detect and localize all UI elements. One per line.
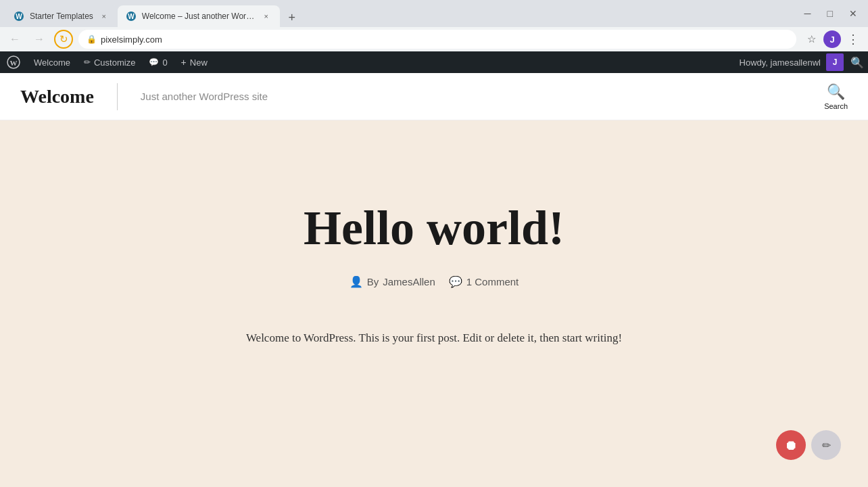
profile-avatar-button[interactable]: J (823, 30, 841, 48)
tab1-close-button[interactable]: × (99, 11, 110, 22)
record-icon: ⏺ (784, 438, 798, 453)
wp-logo-icon: W (7, 55, 20, 69)
admin-customize-label: Customize (94, 57, 135, 68)
post-author: 👤 By JamesAllen (349, 275, 435, 288)
post-body: Welcome to WordPress. This is your first… (246, 329, 622, 347)
comment-icon: 💬 (149, 57, 159, 67)
admin-new-label: New (190, 57, 208, 68)
record-button[interactable]: ⏺ (776, 430, 806, 460)
tabs-area: W Starter Templates × W Welcome – Just a… (5, 0, 796, 27)
new-tab-button[interactable]: + (283, 8, 302, 27)
back-button[interactable]: ← (5, 30, 24, 49)
header-divider (117, 83, 118, 110)
plus-icon: + (181, 57, 187, 68)
search-label: Search (824, 102, 848, 110)
comment-icon: 💬 (449, 275, 462, 288)
minimize-button[interactable]: ─ (799, 5, 817, 22)
site-branding: Welcome Just another WordPress site (20, 83, 268, 110)
url-text: pixelsimply.com (101, 34, 162, 45)
admin-welcome-link[interactable]: Welcome (27, 51, 77, 73)
author-name[interactable]: JamesAllen (383, 276, 435, 287)
address-bar: ← → ↻ 🔒 pixelsimply.com ☆ J ⋮ (0, 27, 868, 51)
search-button[interactable]: 🔍 Search (824, 83, 848, 110)
url-bar[interactable]: 🔒 pixelsimply.com (78, 30, 796, 49)
site-header: Welcome Just another WordPress site 🔍 Se… (0, 73, 868, 120)
window-controls: ─ □ ✕ (799, 5, 863, 22)
svg-text:W: W (16, 13, 22, 20)
admin-bar-right: Howdy, jamesallenwl J 🔍 (733, 51, 868, 73)
tab1-favicon: W (14, 11, 24, 22)
customize-icon: ✏ (84, 57, 91, 67)
wp-logo-button[interactable]: W (0, 51, 27, 73)
tab2-close-button[interactable]: × (261, 11, 272, 22)
post-comments: 💬 1 Comment (449, 275, 519, 288)
reload-button[interactable]: ↻ (54, 30, 73, 49)
site-title[interactable]: Welcome (20, 86, 94, 108)
address-actions: ☆ J ⋮ (802, 30, 863, 49)
author-prefix: By (367, 276, 379, 287)
wp-admin-bar: W Welcome ✏ Customize 💬 0 + New Howdy, j… (0, 51, 868, 73)
author-icon: 👤 (349, 275, 363, 288)
close-window-button[interactable]: ✕ (844, 5, 863, 22)
admin-avatar[interactable]: J (826, 53, 844, 71)
svg-text:W: W (10, 59, 18, 67)
admin-new-link[interactable]: + New (174, 51, 214, 73)
comments-count[interactable]: 1 Comment (466, 276, 519, 287)
post-meta: 👤 By JamesAllen 💬 1 Comment (349, 275, 519, 288)
tab2-title: Welcome – Just another WordPr... (142, 11, 256, 21)
bookmark-button[interactable]: ☆ (802, 30, 821, 49)
post-content: Hello world! 👤 By JamesAllen 💬 1 Comment… (246, 202, 622, 347)
browser-titlebar: W Starter Templates × W Welcome – Just a… (0, 0, 868, 27)
search-icon: 🔍 (827, 83, 845, 101)
main-content: Hello world! 👤 By JamesAllen 💬 1 Comment… (0, 120, 868, 487)
forward-button[interactable]: → (30, 30, 49, 49)
tab1-title: Starter Templates (30, 11, 93, 21)
svg-text:W: W (128, 13, 135, 20)
admin-search-button[interactable]: 🔍 (846, 51, 868, 73)
site-tagline: Just another WordPress site (141, 91, 268, 102)
admin-comments-link[interactable]: 💬 0 (142, 51, 174, 73)
tab-starter-templates[interactable]: W Starter Templates × (5, 5, 118, 27)
admin-comments-count: 0 (162, 57, 167, 68)
maximize-button[interactable]: □ (822, 5, 838, 22)
admin-welcome-label: Welcome (34, 57, 70, 68)
extensions-button[interactable]: ⋮ (844, 30, 863, 49)
post-title: Hello world! (304, 202, 564, 255)
edit-button[interactable]: ✏ (811, 430, 841, 460)
howdy-text: Howdy, jamesallenwl (733, 57, 823, 68)
floating-widget: ⏺ ✏ (776, 430, 841, 460)
lock-icon: 🔒 (87, 34, 97, 44)
admin-customize-link[interactable]: ✏ Customize (77, 51, 142, 73)
tab2-favicon: W (126, 11, 137, 22)
edit-icon: ✏ (822, 439, 831, 452)
tab-welcome[interactable]: W Welcome – Just another WordPr... × (118, 5, 280, 27)
